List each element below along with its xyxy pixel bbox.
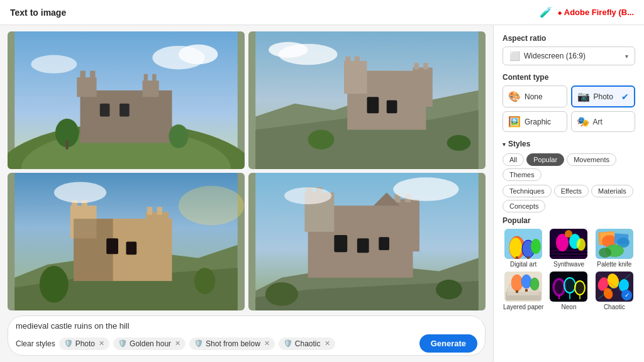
prompt-tags: Clear styles 🛡️ Photo ✕ 🛡️ Golden hour ✕… [16, 334, 477, 353]
svg-point-68 [284, 187, 331, 204]
tag-golden-hour-remove[interactable]: ✕ [175, 339, 180, 348]
filter-effects[interactable]: Effects [554, 185, 589, 197]
style-filter-row: All Popular Movements Themes [502, 153, 635, 181]
style-thumb-neon [550, 272, 587, 302]
svg-rect-23 [345, 57, 350, 65]
svg-rect-41 [146, 212, 169, 255]
filter-themes[interactable]: Themes [502, 168, 541, 181]
svg-rect-75 [527, 256, 530, 259]
tag-chaotic-label: Chaotic [295, 339, 321, 348]
tag-photo-label: Photo [75, 339, 95, 348]
svg-rect-43 [157, 207, 162, 215]
style-layered-paper-label: Layered paper [503, 304, 544, 310]
style-thumb-synthwave [550, 229, 587, 259]
svg-rect-6 [90, 71, 95, 81]
aspect-ratio-inner: ⬜ Widescreen (16:9) [509, 51, 586, 61]
tag-golden-hour-label: Golden hour [130, 339, 171, 348]
svg-rect-28 [367, 97, 379, 113]
tag-photo-icon: 🛡️ [64, 339, 73, 348]
svg-point-84 [565, 230, 572, 238]
tag-photo[interactable]: 🛡️ Photo ✕ [59, 337, 109, 350]
svg-point-71 [509, 238, 522, 258]
content-type-none-label: None [525, 92, 543, 101]
style-card-neon[interactable]: Neon [548, 272, 589, 310]
image-cell-1[interactable] [8, 31, 245, 169]
aspect-ratio-value: Widescreen (16:9) [524, 52, 586, 60]
svg-rect-42 [147, 207, 152, 215]
svg-point-73 [531, 239, 541, 254]
style-neon-label: Neon [562, 304, 577, 310]
image-cell-3[interactable] [8, 173, 245, 310]
styles-header: ▾ Styles [502, 140, 635, 148]
style-card-digital-art[interactable]: Digital art [502, 229, 544, 268]
style-thumb-chaotic: ✓ [596, 272, 633, 302]
aspect-ratio-select[interactable]: ⬜ Widescreen (16:9) ▾ [502, 47, 635, 65]
styles-chevron-icon: ▾ [502, 141, 506, 148]
chevron-down-icon: ▾ [625, 53, 628, 60]
svg-rect-22 [344, 61, 367, 94]
svg-point-17 [31, 55, 77, 74]
style-thumb-palette-knife [596, 229, 633, 259]
svg-rect-11 [119, 104, 130, 117]
filter-all[interactable]: All [502, 153, 524, 166]
svg-rect-25 [413, 67, 433, 107]
svg-point-47 [40, 266, 69, 302]
svg-rect-29 [387, 101, 397, 114]
svg-rect-10 [100, 104, 110, 117]
image-cell-2[interactable] [248, 31, 486, 169]
svg-rect-3 [80, 90, 172, 143]
chaotic-selected-check: ✓ [621, 290, 631, 300]
prompt-area: medieval castle ruins on the hill Clear … [8, 315, 486, 356]
widescreen-icon: ⬜ [509, 51, 520, 61]
style-card-layered-paper[interactable]: Layered paper [502, 272, 544, 310]
svg-point-16 [179, 45, 218, 64]
content-type-graphic[interactable]: 🖼️ Graphic [502, 111, 567, 132]
content-type-art[interactable]: 🎭 Art [571, 111, 636, 132]
svg-point-67 [393, 177, 458, 201]
content-type-none[interactable]: 🎨 None [502, 85, 567, 107]
page-title: Text to image [10, 8, 66, 18]
main-content: medieval castle ruins on the hill Clear … [0, 25, 644, 362]
svg-point-98 [521, 275, 531, 288]
svg-rect-46 [126, 242, 137, 255]
photo-icon: 📷 [577, 90, 590, 102]
content-type-grid: 🎨 None 📷 Photo ✔ 🖼️ Graphic 🎭 Art [502, 85, 635, 132]
image-grid [8, 31, 486, 310]
filter-concepts[interactable]: Concepts [502, 200, 545, 212]
svg-point-97 [511, 275, 523, 291]
style-card-synthwave[interactable]: Synthwave [548, 229, 589, 268]
svg-point-65 [265, 282, 298, 306]
style-thumb-layered-paper [504, 272, 542, 302]
none-icon: 🎨 [508, 90, 521, 102]
style-digital-art-label: Digital art [510, 261, 536, 268]
tag-photo-remove[interactable]: ✕ [99, 339, 104, 348]
clear-styles-button[interactable]: Clear styles [16, 339, 55, 348]
tag-chaotic-remove[interactable]: ✕ [325, 339, 330, 348]
tag-shot-from-below-remove[interactable]: ✕ [264, 339, 270, 348]
style-chaotic-label: Chaotic [604, 304, 625, 310]
style-grid: Digital art [502, 229, 635, 310]
filter-popular[interactable]: Popular [526, 153, 564, 166]
svg-point-83 [577, 238, 586, 251]
svg-point-49 [179, 186, 244, 226]
style-card-palette-knife[interactable]: Palette knife [594, 229, 635, 268]
content-type-art-label: Art [593, 118, 602, 126]
style-thumb-digital-art [504, 229, 542, 259]
svg-rect-58 [393, 199, 419, 251]
prompt-text: medieval castle ruins on the hill [16, 321, 477, 331]
svg-rect-24 [355, 57, 360, 65]
svg-rect-27 [423, 63, 428, 69]
tag-shot-from-below[interactable]: 🛡️ Shot from below ✕ [189, 337, 275, 350]
image-cell-4[interactable] [248, 173, 486, 310]
tag-golden-hour[interactable]: 🛡️ Golden hour ✕ [113, 337, 186, 350]
filter-movements[interactable]: Movements [567, 153, 616, 166]
generate-button[interactable]: Generate [419, 334, 477, 353]
style-card-chaotic[interactable]: ✓ Chaotic [594, 272, 635, 310]
content-type-photo[interactable]: 📷 Photo ✔ [571, 85, 636, 107]
svg-point-48 [194, 268, 215, 294]
tag-chaotic[interactable]: 🛡️ Chaotic ✕ [279, 337, 335, 350]
filter-techniques[interactable]: Techniques [502, 185, 552, 197]
svg-point-30 [308, 129, 335, 149]
filter-materials[interactable]: Materials [591, 185, 633, 197]
content-type-photo-label: Photo [594, 92, 613, 101]
